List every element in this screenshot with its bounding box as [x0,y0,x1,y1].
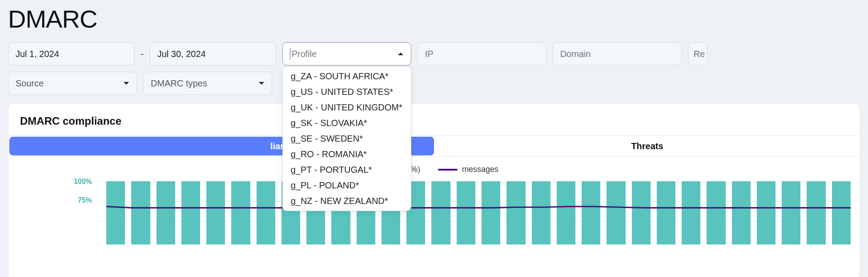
profile-option[interactable]: g_PT - PORTUGAL* [283,162,411,178]
domain-input[interactable]: Domain [553,42,682,65]
extra-placeholder: Re [694,49,705,59]
tab-compliant-label: liant [155,141,289,151]
y-tick-75: 75% [66,196,92,204]
chevron-down-icon [123,81,129,86]
profile-option[interactable]: g_SE - SWEDEN* [283,131,411,147]
chevron-down-icon [258,81,265,86]
bar [231,181,250,244]
bar [807,181,825,244]
tab-bar: liant Threats [8,135,860,157]
tab-threats[interactable]: Threats [435,136,860,156]
page-title: DMARC [0,0,868,42]
y-axis: 100% 75% [66,178,92,204]
bar [131,181,150,244]
profile-select-wrapper: Profile g_ZA - SOUTH AFRICA* g_US - UNIT… [282,42,411,65]
compliance-panel: DMARC compliance liant Threats rate (%) … [8,103,860,277]
bar [506,181,525,244]
bar [682,181,700,244]
bar [532,181,551,244]
profile-dropdown: g_ZA - SOUTH AFRICA* g_US - UNITED STATE… [282,66,411,211]
bar [782,181,800,244]
bar [707,181,725,244]
chevron-up-icon [398,52,404,56]
dmarc-types-select[interactable]: DMARC types [143,72,272,95]
date-to-field[interactable]: Jul 30, 2024 [150,42,276,65]
ip-placeholder: IP [425,49,434,59]
profile-placeholder: Profile [290,49,317,59]
chart-area: 100% 75% [8,178,860,244]
y-tick-100: 100% [66,178,92,186]
bar [632,181,651,244]
text-cursor [290,48,290,60]
bar [457,181,475,244]
bar [106,181,125,244]
legend-messages: messages [438,165,498,174]
profile-option[interactable]: g_RO - ROMANIA* [283,147,411,162]
bar [757,181,776,244]
bar [607,181,625,244]
profile-option[interactable]: g_PL - POLAND* [283,178,411,193]
extra-input[interactable]: Re [688,42,707,65]
profile-option[interactable]: g_UK - UNITED KINGDOM* [283,100,411,115]
bar [582,181,600,244]
bar [431,181,450,244]
bar [832,181,851,244]
bar [206,181,225,244]
legend-messages-swatch [438,169,458,171]
ip-input[interactable]: IP [418,42,547,65]
profile-option[interactable]: g_US - UNITED STATES* [283,84,411,100]
legend-messages-label: messages [462,165,498,174]
panel-title: DMARC compliance [8,115,860,135]
bar [557,181,575,244]
bar [732,181,751,244]
bar-series [106,181,851,244]
date-from-field[interactable]: Jul 1, 2024 [8,42,134,65]
date-from-value: Jul 1, 2024 [16,49,59,59]
filter-bar-row2: Source DMARC types [0,72,868,103]
dmarc-types-label: DMARC types [151,78,207,89]
domain-placeholder: Domain [560,49,591,59]
profile-option[interactable]: g_SK - SLOVAKIA* [283,115,411,131]
date-range-dash: - [141,49,144,59]
chart-legend: rate (%) messages [8,157,860,178]
profile-option[interactable]: g_ZA - SOUTH AFRICA* [283,69,411,84]
profile-select[interactable]: Profile [282,42,411,65]
date-to-value: Jul 30, 2024 [157,49,206,59]
source-label: Source [16,78,44,89]
bar [257,181,275,244]
bar [181,181,200,244]
bar [482,181,500,244]
source-select[interactable]: Source [8,72,137,95]
filter-bar-row1: Jul 1, 2024 - Jul 30, 2024 Profile g_ZA … [0,42,868,72]
bar [157,181,175,244]
tab-threats-label: Threats [631,141,663,151]
profile-option[interactable]: g_NZ - NEW ZEALAND* [283,193,411,209]
bar [657,181,675,244]
